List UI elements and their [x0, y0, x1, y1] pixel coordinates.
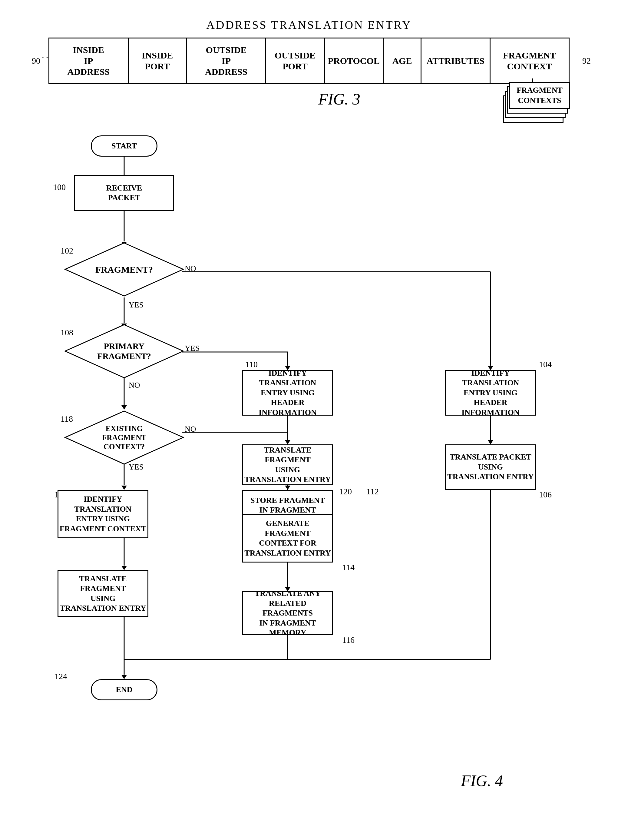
ref-90-arrow: ⌒: [41, 55, 49, 67]
translate-related-116-node: TRANSLATE ANYRELATED FRAGMENTSIN FRAGMEN…: [242, 591, 333, 635]
svg-marker-32: [122, 675, 127, 679]
flowchart: START 100 RECEIVEPACKET 102 FRAGMENT? NO…: [24, 126, 594, 793]
cell-attributes: ATTRIBUTES: [422, 39, 490, 83]
ref-90: 90: [32, 56, 40, 66]
existing-fc-label: EXISTINGFRAGMENTCONTEXT?: [94, 424, 154, 451]
ref-100: 100: [53, 182, 66, 192]
translate-pkt-106-label: TRANSLATE PACKETUSINGTRANSLATION ENTRY: [447, 452, 533, 482]
ref-124: 124: [55, 672, 67, 681]
fc-label: FRAGMENTCONTEXTS: [517, 85, 563, 106]
svg-marker-20: [285, 440, 290, 445]
ate-title: ADDRESS TRANSLATION ENTRY: [24, 18, 594, 31]
identify-110-node: IDENTIFY TRANSLATIONENTRY USINGHEADER IN…: [242, 370, 333, 416]
start-label: START: [111, 141, 137, 151]
ref-116: 116: [342, 635, 355, 645]
translate-frag-end-node: TRANSLATE FRAGMENTUSINGTRANSLATION ENTRY: [58, 570, 149, 617]
fragment-yes-label: YES: [129, 300, 144, 309]
primary-fragment-diamond: PRIMARYFRAGMENT?: [64, 323, 185, 379]
svg-marker-34: [488, 440, 493, 445]
ref-92: 92: [582, 56, 591, 66]
svg-marker-29: [122, 566, 127, 570]
fig4-label: FIG. 4: [461, 772, 503, 790]
generate-context-114-label: GENERATE FRAGMENTCONTEXT FORTRANSLATION …: [243, 519, 332, 558]
fragment-diamond: FRAGMENT?: [64, 241, 185, 297]
translate-frag-end-label: TRANSLATE FRAGMENTUSINGTRANSLATION ENTRY: [58, 574, 147, 613]
fig4-section: START 100 RECEIVEPACKET 102 FRAGMENT? NO…: [24, 126, 594, 793]
identify-104-label: IDENTIFY TRANSLATIONENTRY USINGHEADER IN…: [446, 368, 535, 418]
cell-outside-ip: OUTSIDEIPADDRESS: [187, 39, 266, 83]
translate-frag-112-node: TRANSLATE FRAGMENTUSINGTRANSLATION ENTRY: [242, 445, 333, 485]
cell-protocol: PROTOCOL: [325, 39, 384, 83]
translate-related-116-label: TRANSLATE ANYRELATED FRAGMENTSIN FRAGMEN…: [243, 589, 332, 638]
cell-inside-port: INSIDEPORT: [129, 39, 187, 83]
page: ADDRESS TRANSLATION ENTRY 90 92 ⌒ INSIDE…: [0, 0, 618, 840]
translate-frag-112-label: TRANSLATE FRAGMENTUSINGTRANSLATION ENTRY: [243, 445, 332, 485]
ate-table: INSIDEIPADDRESS INSIDEPORT OUTSIDEIPADDR…: [49, 37, 569, 84]
end-node: END: [91, 679, 157, 700]
translate-pkt-106-node: TRANSLATE PACKETUSINGTRANSLATION ENTRY: [445, 445, 536, 490]
cell-outside-port: OUTSIDEPORT: [266, 39, 325, 83]
fragment-label: FRAGMENT?: [94, 264, 154, 275]
identify-122-node: IDENTIFY TRANSLATIONENTRY USINGFRAGMENT …: [58, 490, 149, 538]
existing-no-label: NO: [185, 425, 196, 434]
ref-114: 114: [342, 562, 355, 572]
identify-122-label: IDENTIFY TRANSLATIONENTRY USINGFRAGMENT …: [58, 494, 147, 534]
existing-yes-label: YES: [129, 462, 144, 472]
generate-context-114-node: GENERATE FRAGMENTCONTEXT FORTRANSLATION …: [242, 514, 333, 562]
svg-marker-13: [122, 405, 127, 410]
receive-packet-node: RECEIVEPACKET: [74, 175, 174, 211]
ref-104: 104: [539, 360, 552, 369]
ref-110: 110: [245, 360, 258, 369]
svg-marker-15: [122, 486, 127, 490]
identify-104-node: IDENTIFY TRANSLATIONENTRY USINGHEADER IN…: [445, 370, 536, 416]
existing-fc-diamond: EXISTINGFRAGMENTCONTEXT?: [64, 410, 185, 465]
receive-packet-label: RECEIVEPACKET: [106, 183, 142, 203]
fragment-no-label: NO: [185, 264, 196, 273]
ref-106: 106: [539, 490, 552, 500]
fig3-section: ADDRESS TRANSLATION ENTRY 90 92 ⌒ INSIDE…: [24, 18, 594, 108]
start-node: START: [91, 135, 157, 157]
cell-age: AGE: [384, 39, 422, 83]
end-label: END: [116, 685, 133, 695]
identify-110-label: IDENTIFY TRANSLATIONENTRY USINGHEADER IN…: [243, 368, 332, 418]
ref-120: 120: [339, 487, 352, 497]
primary-yes-label: YES: [185, 344, 199, 353]
cell-fragment-context: FRAGMENTCONTEXT: [490, 39, 569, 83]
ref-112: 112: [366, 487, 379, 497]
cell-inside-ip: INSIDEIPADDRESS: [49, 39, 129, 83]
fc-layer-1: FRAGMENTCONTEXTS: [509, 82, 570, 109]
primary-no-label: NO: [129, 381, 140, 390]
primary-fragment-label: PRIMARYFRAGMENT?: [94, 341, 154, 361]
